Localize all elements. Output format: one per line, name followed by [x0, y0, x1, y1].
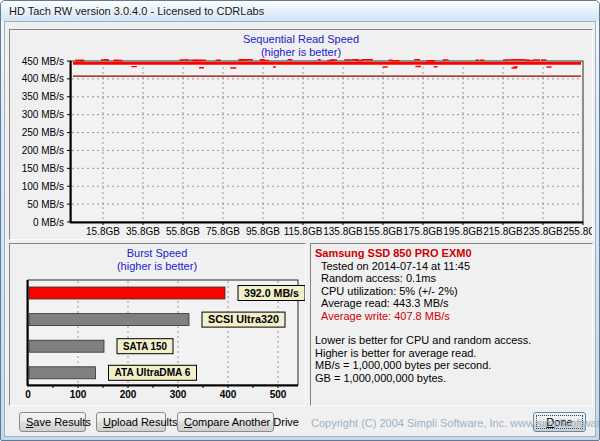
svg-text:450 MB/s: 450 MB/s	[22, 56, 64, 67]
svg-text:115.8GB: 115.8GB	[284, 226, 323, 237]
svg-text:ATA UltraDMA 6: ATA UltraDMA 6	[115, 367, 191, 378]
svg-text:100 MB/s: 100 MB/s	[22, 181, 64, 192]
svg-text:300 MB/s: 300 MB/s	[22, 109, 64, 120]
svg-text:235.8GB: 235.8GB	[523, 226, 563, 237]
drive-name: Samsung SSD 850 PRO EXM0	[315, 247, 588, 260]
svg-text:0 MB/s: 0 MB/s	[33, 217, 64, 228]
svg-text:150 MB/s: 150 MB/s	[22, 163, 64, 174]
svg-text:175.8GB: 175.8GB	[403, 226, 443, 237]
svg-text:195.8GB: 195.8GB	[443, 226, 483, 237]
svg-text:135.8GB: 135.8GB	[323, 226, 363, 237]
svg-text:95.8GB: 95.8GB	[246, 226, 280, 237]
note-line: Higher is better for average read.	[315, 347, 588, 360]
svg-text:500: 500	[270, 389, 287, 400]
svg-text:255.8GB: 255.8GB	[563, 226, 592, 237]
svg-text:Burst Speed: Burst Speed	[127, 247, 188, 259]
svg-text:392.0 MB/s: 392.0 MB/s	[244, 288, 299, 299]
compare-another-drive-button[interactable]: Compare Another Drive	[177, 412, 274, 432]
cpu-utilization-line: CPU utilization: 5% (+/- 2%)	[321, 285, 588, 298]
svg-text:0: 0	[25, 389, 31, 400]
svg-text:200 MB/s: 200 MB/s	[22, 145, 64, 156]
title-bar[interactable]: HD Tach RW version 3.0.4.0 - Licensed to…	[1, 1, 599, 21]
svg-text:35.8GB: 35.8GB	[126, 226, 160, 237]
client-area: Sequential Read Speed(higher is better)0…	[4, 21, 596, 437]
tested-on-line: Tested on 2014-07-14 at 11:45	[321, 260, 588, 273]
sequential-read-speed-chart: Sequential Read Speed(higher is better)0…	[10, 30, 592, 239]
svg-text:400: 400	[220, 389, 237, 400]
save-results-button[interactable]: Save Results	[19, 412, 86, 432]
note-line: MB/s = 1,000,000 bytes per second.	[315, 359, 588, 372]
svg-text:155.8GB: 155.8GB	[363, 226, 403, 237]
note-line: Lower is better for CPU and random acces…	[315, 334, 588, 347]
average-read-line: Average read: 443.3 MB/s	[321, 297, 588, 310]
svg-text:200: 200	[120, 389, 137, 400]
svg-text:75.8GB: 75.8GB	[206, 226, 240, 237]
copyright-text: Copyright (C) 2004 Simpli Software, Inc.…	[311, 417, 600, 429]
upload-results-button[interactable]: Upload Results	[96, 412, 166, 432]
average-write-line: Average write: 407.8 MB/s	[321, 310, 588, 323]
burst-speed-chart: Burst Speed(higher is better)01002003004…	[10, 244, 305, 405]
svg-text:400 MB/s: 400 MB/s	[22, 73, 64, 84]
app-window: HD Tach RW version 3.0.4.0 - Licensed to…	[0, 0, 600, 441]
info-notes: Lower is better for CPU and random acces…	[315, 334, 588, 384]
window-title: HD Tach RW version 3.0.4.0 - Licensed to…	[1, 1, 599, 21]
note-line: GB = 1,000,000,000 bytes.	[315, 372, 588, 385]
svg-text:300: 300	[170, 389, 187, 400]
burst-speed-panel: Burst Speed(higher is better)01002003004…	[9, 243, 306, 406]
svg-text:SATA 150: SATA 150	[123, 341, 167, 352]
svg-text:55.8GB: 55.8GB	[166, 226, 200, 237]
svg-text:215.8GB: 215.8GB	[483, 226, 523, 237]
svg-text:15.8GB: 15.8GB	[86, 226, 120, 237]
svg-text:(higher is better): (higher is better)	[117, 260, 197, 272]
svg-text:50 MB/s: 50 MB/s	[27, 199, 64, 210]
sequential-read-speed-panel: Sequential Read Speed(higher is better)0…	[9, 29, 593, 240]
drive-info-panel: Samsung SSD 850 PRO EXM0 Tested on 2014-…	[310, 243, 593, 406]
svg-text:SCSI Ultra320: SCSI Ultra320	[208, 314, 279, 325]
svg-text:350 MB/s: 350 MB/s	[22, 91, 64, 102]
svg-text:250 MB/s: 250 MB/s	[22, 127, 64, 138]
svg-text:100: 100	[70, 389, 87, 400]
svg-text:Sequential Read Speed: Sequential Read Speed	[243, 33, 359, 45]
random-access-line: Random access: 0.1ms	[321, 272, 588, 285]
svg-text:(higher is better): (higher is better)	[261, 46, 341, 58]
